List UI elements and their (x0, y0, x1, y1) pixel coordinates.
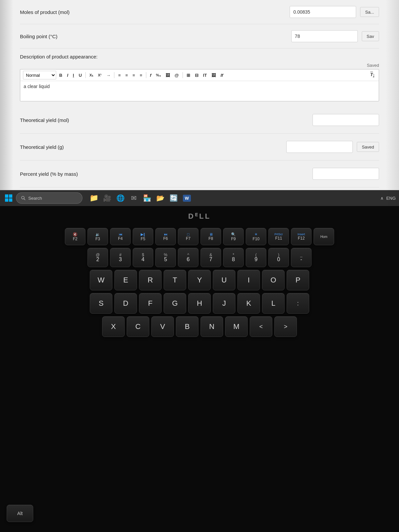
key-f8[interactable]: 🖥 F8 (200, 228, 221, 245)
key-6[interactable]: ^ 6 (178, 248, 199, 267)
key-r[interactable]: R (139, 270, 162, 290)
key-l[interactable]: L (262, 293, 285, 314)
superscript-button[interactable]: X¹ (96, 71, 103, 79)
start-button[interactable] (3, 193, 14, 203)
f6-label: F6 (163, 236, 168, 241)
key-f3[interactable]: 🔉 F3 (87, 228, 108, 245)
key-f7[interactable]: □ F7 (178, 228, 199, 245)
italic-button[interactable]: I (65, 71, 70, 79)
key-u[interactable]: U (213, 270, 235, 290)
key-5[interactable]: % 5 (155, 248, 176, 267)
formula-button[interactable]: %ₓ (154, 71, 163, 79)
taskbar-file-explorer[interactable]: 📁 (88, 192, 100, 204)
key-m[interactable]: M (225, 316, 248, 337)
taskbar-video[interactable]: 🎥 (101, 192, 113, 204)
moles-input[interactable] (290, 6, 356, 18)
editor-content[interactable]: a clear liquid (20, 81, 379, 101)
f11-label: F11 (275, 236, 282, 241)
key-p[interactable]: P (287, 270, 309, 290)
taskbar-folder[interactable]: 📂 (154, 192, 166, 204)
asdf-key-row: S D F G H J K L : (7, 293, 392, 314)
moles-save-button[interactable]: Sa... (360, 7, 379, 17)
key-less[interactable]: < (250, 316, 272, 337)
table-button[interactable]: ⊞ (185, 71, 192, 79)
key-d[interactable]: D (114, 293, 137, 314)
subscript-button[interactable]: X₁ (88, 71, 95, 79)
f3-label: F3 (95, 237, 100, 241)
image2-button[interactable]: 🖼 (210, 71, 217, 79)
image-button[interactable]: 🖼 (164, 71, 172, 79)
boiling-save-button[interactable]: Sav (362, 31, 379, 41)
key-t[interactable]: T (164, 270, 186, 290)
taskbar-mail[interactable]: ✉ (128, 192, 140, 204)
key-home[interactable]: Hom (314, 228, 334, 245)
key-f12[interactable]: Insert F12 (291, 228, 312, 245)
taskbar-search-bar[interactable]: Search (16, 192, 82, 204)
key-colon[interactable]: : (287, 293, 309, 314)
percent-yield-input[interactable] (313, 168, 379, 180)
fn-key-row: 🔇 F2 🔉 F3 ⏮ F4 ▶‖ F5 ⏭ F6 □ F7 (7, 228, 392, 245)
key-w[interactable]: W (90, 270, 112, 290)
indent-button[interactable]: → (104, 71, 112, 79)
key-e[interactable]: E (114, 270, 137, 290)
taskbar-word[interactable]: W (181, 192, 193, 204)
key-k[interactable]: K (237, 293, 260, 314)
theoretical-g-input[interactable] (286, 141, 353, 153)
key-y[interactable]: Y (188, 270, 211, 290)
theoretical-mol-input[interactable] (313, 114, 379, 126)
taskbar-apps: 📁 🎥 🌐 ✉ 🏪 📂 🔄 W (88, 192, 193, 204)
layout-button[interactable]: ⊟ (193, 71, 200, 79)
key-f10[interactable]: ☀ F10 (246, 228, 266, 245)
editor-text: a clear liquid (24, 84, 50, 89)
key-g[interactable]: G (164, 293, 186, 314)
align-center-button[interactable]: ≡ (124, 71, 130, 79)
rich-text-editor[interactable]: Normal Heading 1 Heading 2 B I I U X₁ X¹… (20, 69, 379, 101)
format-select[interactable]: Normal Heading 1 Heading 2 (23, 71, 56, 79)
taskbar-app-6[interactable]: 🔄 (168, 192, 180, 204)
f7-label: F7 (186, 236, 191, 241)
key-c[interactable]: C (127, 316, 149, 337)
moles-label: Moles of product (mol) (20, 9, 69, 15)
key-f[interactable]: F (139, 293, 162, 314)
underline-u-button[interactable]: U (77, 71, 83, 79)
key-0[interactable]: ) 0 (268, 248, 289, 267)
key-greater[interactable]: > (274, 316, 297, 337)
align-left-button[interactable]: ≡ (116, 71, 122, 79)
align-right-button[interactable]: ≡ (131, 71, 137, 79)
bold-button[interactable]: B (58, 71, 64, 79)
theoretical-g-save-button[interactable]: Saved (357, 142, 379, 152)
clear-button[interactable]: If (219, 71, 225, 79)
underline-button[interactable]: I (71, 71, 76, 79)
key-f11[interactable]: PrtScr F11 (268, 228, 289, 245)
key-x[interactable]: X (102, 316, 125, 337)
clear-format-button[interactable]: Tx (369, 71, 376, 79)
key-o[interactable]: O (262, 270, 285, 290)
taskbar-edge[interactable]: 🌐 (114, 192, 126, 204)
key-2[interactable]: @ 2 (87, 248, 108, 267)
key-j[interactable]: J (213, 293, 235, 314)
key-n[interactable]: N (200, 316, 223, 337)
key-4[interactable]: $ 4 (133, 248, 153, 267)
format-button[interactable]: IT (201, 71, 209, 79)
key-7[interactable]: & 7 (200, 248, 221, 267)
key-8[interactable]: * 8 (223, 248, 244, 267)
key-f5[interactable]: ▶‖ F5 (133, 228, 153, 245)
key-f6[interactable]: ⏭ F6 (155, 228, 176, 245)
key-h[interactable]: H (188, 293, 211, 314)
key-alt[interactable]: Alt (7, 505, 33, 522)
taskbar-store[interactable]: 🏪 (141, 192, 153, 204)
key-f4[interactable]: ⏮ F4 (110, 228, 131, 245)
key-i[interactable]: I (237, 270, 260, 290)
key-minus[interactable]: _ - (291, 248, 312, 267)
key-v[interactable]: V (151, 316, 174, 337)
key-f9[interactable]: 🔍 F9 (223, 228, 244, 245)
list-button[interactable]: ≡ (138, 71, 144, 79)
key-b[interactable]: B (176, 316, 199, 337)
fx-button[interactable]: f (148, 71, 153, 79)
key-f2[interactable]: 🔇 F2 (65, 228, 85, 245)
key-9[interactable]: ( 9 (246, 248, 266, 267)
key-s[interactable]: S (90, 293, 112, 314)
boiling-input[interactable] (291, 30, 358, 42)
key-3[interactable]: # 3 (110, 248, 131, 267)
link-button[interactable]: @ (173, 71, 181, 79)
